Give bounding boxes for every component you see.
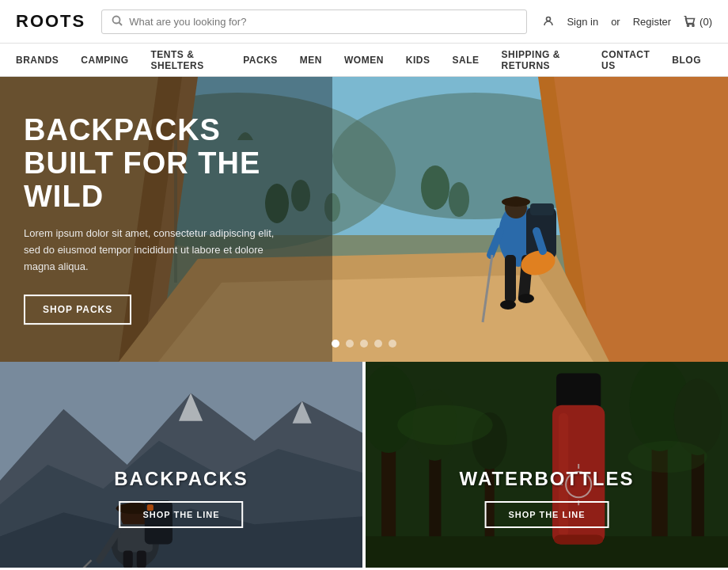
register-link[interactable]: Register bbox=[633, 16, 671, 28]
svg-point-34 bbox=[518, 294, 534, 303]
logo[interactable]: ROOTS bbox=[16, 11, 85, 32]
waterbottles-card-title: WATERBOTTLES bbox=[460, 468, 635, 490]
waterbottles-card[interactable]: WATERBOTTLES SHOP THE LINE bbox=[366, 362, 728, 568]
nav-blog[interactable]: BLOG bbox=[661, 44, 712, 76]
svg-line-1 bbox=[119, 22, 123, 25]
hero-dots bbox=[332, 340, 396, 348]
main-nav: BRANDS CAMPING TENTS & SHELTERS PACKS ME… bbox=[0, 44, 728, 77]
backpacks-shop-button[interactable]: SHOP THE LINE bbox=[119, 501, 243, 528]
svg-rect-26 bbox=[530, 203, 554, 215]
header: ROOTS Sign in or Register ( bbox=[0, 0, 728, 44]
svg-point-2 bbox=[547, 17, 551, 21]
nav-men[interactable]: MEN bbox=[289, 44, 333, 76]
nav-brands[interactable]: BRANDS bbox=[16, 44, 70, 76]
hero-dot-5[interactable] bbox=[389, 340, 396, 348]
search-bar[interactable] bbox=[101, 10, 527, 34]
hero-content: BACKPACKS BUILT FOR THE WILD Lorem ipsum… bbox=[24, 114, 293, 325]
user-icon bbox=[543, 15, 554, 28]
backpacks-card-overlay bbox=[0, 362, 362, 568]
svg-point-33 bbox=[500, 300, 516, 310]
waterbottles-shop-button[interactable]: SHOP THE LINE bbox=[484, 501, 609, 528]
hero-title: BACKPACKS BUILT FOR THE WILD bbox=[24, 114, 293, 213]
hero-section: BACKPACKS BUILT FOR THE WILD Lorem ipsum… bbox=[0, 77, 728, 362]
svg-line-32 bbox=[483, 255, 492, 322]
nav-packs[interactable]: PACKS bbox=[232, 44, 289, 76]
hero-dot-3[interactable] bbox=[360, 340, 368, 348]
svg-point-0 bbox=[113, 16, 120, 23]
sign-in-link[interactable]: Sign in bbox=[567, 16, 598, 28]
waterbottles-card-content: WATERBOTTLES SHOP THE LINE bbox=[460, 468, 635, 528]
svg-point-20 bbox=[421, 165, 449, 210]
waterbottles-card-overlay bbox=[366, 362, 728, 568]
product-cards-row: BACKPACKS SHOP THE LINE bbox=[0, 362, 728, 568]
backpacks-card-title: BACKPACKS bbox=[114, 468, 248, 490]
nav-tents[interactable]: TENTS & SHELTERS bbox=[140, 44, 233, 76]
search-icon bbox=[112, 15, 123, 28]
nav-women[interactable]: WOMEN bbox=[333, 44, 395, 76]
or-text: or bbox=[611, 16, 620, 28]
header-actions: Sign in or Register (0) bbox=[543, 15, 712, 28]
svg-line-30 bbox=[491, 231, 500, 255]
svg-point-4 bbox=[692, 25, 694, 27]
search-input[interactable] bbox=[129, 16, 517, 28]
hero-dot-4[interactable] bbox=[374, 340, 382, 348]
backpacks-card-content: BACKPACKS SHOP THE LINE bbox=[114, 468, 248, 528]
nav-contact[interactable]: CONTACT US bbox=[590, 44, 661, 76]
svg-point-29 bbox=[502, 197, 530, 207]
hero-dot-2[interactable] bbox=[346, 340, 354, 348]
svg-point-3 bbox=[688, 25, 689, 27]
nav-shipping[interactable]: SHIPPING & RETURNS bbox=[491, 44, 591, 76]
hero-description: Lorem ipsum dolor sit amet, consectetur … bbox=[24, 226, 293, 276]
hero-dot-1[interactable] bbox=[332, 340, 339, 348]
hiker-figure bbox=[467, 132, 570, 338]
backpacks-card[interactable]: BACKPACKS SHOP THE LINE bbox=[0, 362, 366, 568]
cart-button[interactable]: (0) bbox=[684, 16, 712, 28]
cart-count: (0) bbox=[700, 16, 712, 28]
nav-sale[interactable]: SALE bbox=[442, 44, 491, 76]
svg-rect-23 bbox=[505, 255, 516, 302]
nav-kids[interactable]: KIDS bbox=[395, 44, 442, 76]
nav-camping[interactable]: CAMPING bbox=[70, 44, 139, 76]
hero-cta-button[interactable]: SHOP PACKS bbox=[24, 294, 131, 325]
